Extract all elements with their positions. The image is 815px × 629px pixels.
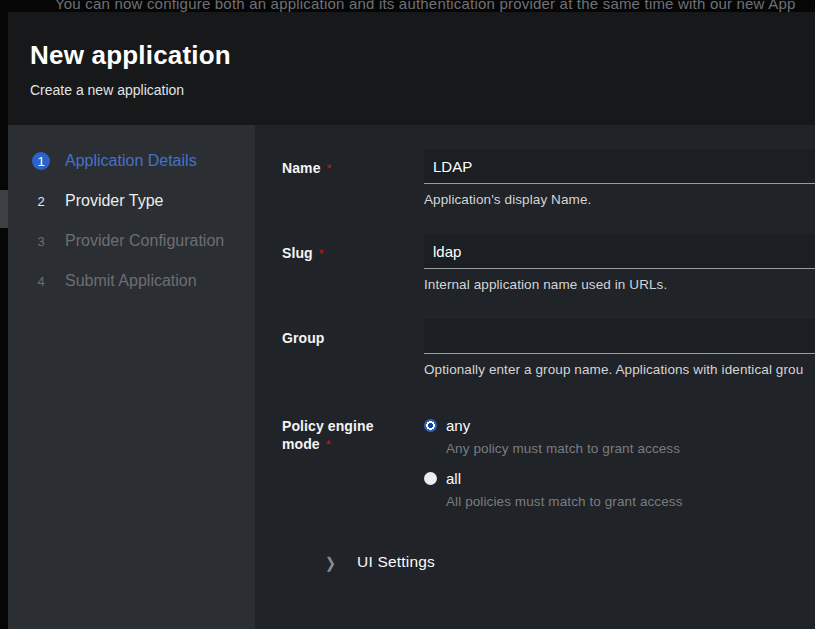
radio-all-icon[interactable] <box>424 472 437 485</box>
page-notice-banner: You can now configure both an applicatio… <box>0 0 815 12</box>
modal-header: New application Create a new application <box>8 12 815 125</box>
policy-mode-any-option[interactable]: any <box>424 416 815 434</box>
step-submit-application[interactable]: 4 Submit Application <box>8 261 255 301</box>
radio-any-description: Any policy must match to grant access <box>446 441 815 456</box>
name-input[interactable] <box>424 149 815 184</box>
slug-required-marker: * <box>319 246 324 261</box>
step-4-label: Submit Application <box>65 272 197 290</box>
name-required-marker: * <box>327 161 332 176</box>
slug-input[interactable] <box>424 234 815 269</box>
step-3-label: Provider Configuration <box>65 232 224 250</box>
background-page-fragment <box>0 190 8 228</box>
radio-all-label[interactable]: all <box>446 470 461 487</box>
form-row-name: Name* Application's display Name. <box>282 149 815 207</box>
radio-all-description: All policies must match to grant access <box>446 494 815 509</box>
ui-settings-expander[interactable]: ❯ UI Settings <box>282 553 815 571</box>
slug-label: Slug <box>282 245 313 261</box>
form-row-policy-engine-mode: Policy engine mode* any Any policy must … <box>282 416 815 509</box>
page-notice-text: You can now configure both an applicatio… <box>55 0 795 12</box>
name-label: Name <box>282 160 321 176</box>
modal-subtitle: Create a new application <box>30 82 815 98</box>
step-2-number: 2 <box>32 192 50 210</box>
new-application-modal: New application Create a new application… <box>8 12 815 629</box>
group-input[interactable] <box>424 319 815 354</box>
step-4-number: 4 <box>32 272 50 290</box>
group-label: Group <box>282 330 325 346</box>
wizard-body: 1 Application Details 2 Provider Type 3 … <box>8 125 815 629</box>
wizard-steps-nav: 1 Application Details 2 Provider Type 3 … <box>8 125 255 629</box>
form-row-slug: Slug* Internal application name used in … <box>282 234 815 292</box>
form-row-group: Group Optionally enter a group name. App… <box>282 319 815 377</box>
step-3-number: 3 <box>32 232 50 250</box>
chevron-right-icon: ❯ <box>325 553 335 570</box>
step-1-label: Application Details <box>65 152 197 170</box>
step-provider-configuration[interactable]: 3 Provider Configuration <box>8 221 255 261</box>
radio-any-label[interactable]: any <box>446 417 470 434</box>
application-details-form: Name* Application's display Name. Slug* … <box>255 125 815 629</box>
step-2-label: Provider Type <box>65 192 163 210</box>
slug-help-text: Internal application name used in URLs. <box>424 277 815 292</box>
name-help-text: Application's display Name. <box>424 192 815 207</box>
group-help-text: Optionally enter a group name. Applicati… <box>424 362 815 377</box>
policy-required-marker: * <box>326 437 331 452</box>
ui-settings-label: UI Settings <box>357 553 435 571</box>
radio-any-icon[interactable] <box>424 419 437 432</box>
step-provider-type[interactable]: 2 Provider Type <box>8 181 255 221</box>
step-application-details[interactable]: 1 Application Details <box>8 141 255 181</box>
modal-title: New application <box>30 40 815 71</box>
step-1-number: 1 <box>32 152 50 170</box>
policy-mode-all-option[interactable]: all <box>424 469 815 487</box>
